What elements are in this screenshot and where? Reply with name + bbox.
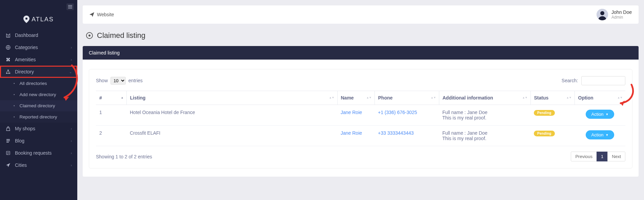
hierarchy-icon (5, 69, 11, 74)
pagination-next[interactable]: Next (607, 152, 625, 161)
col-name[interactable]: Name▲▼ (337, 91, 375, 105)
sidebar-item-amenities[interactable]: Amenities › (0, 53, 77, 66)
panel: Claimed listing Show 10 entries Search: (83, 46, 639, 177)
sort-icon: ▲ (121, 97, 124, 99)
sidebar-item-blog[interactable]: Blog › (0, 135, 77, 147)
sort-icon: ▲▼ (366, 97, 372, 99)
pagination: Previous 1 Next (571, 152, 625, 161)
cell-info: Full name : Jane DoeThis is my real proo… (439, 126, 530, 146)
chevron-right-icon: › (71, 46, 72, 49)
sidebar-item-label: My shops (15, 126, 35, 131)
sidebar-item-cities[interactable]: Cities › (0, 159, 77, 171)
sidebar-item-dashboard[interactable]: Dashboard (0, 29, 77, 41)
sidebar-item-directory[interactable]: Directory ⌄ (0, 66, 77, 78)
user-role: Admin (611, 15, 632, 20)
show-label: Show (96, 78, 108, 83)
cell-name: Jane Roie (337, 126, 375, 146)
col-phone[interactable]: Phone▲▼ (375, 91, 439, 105)
chevron-right-icon: › (71, 139, 72, 143)
submenu-item-label: Claimed directory (20, 103, 55, 108)
bullet-icon: • (14, 82, 15, 85)
svg-point-7 (600, 11, 604, 15)
pagination-page[interactable]: 1 (597, 152, 608, 161)
col-index[interactable]: #▲ (96, 91, 126, 105)
action-button[interactable]: Action▼ (586, 130, 614, 139)
phone-link[interactable]: +33 3333443443 (378, 130, 414, 136)
table-row: 2 Crossfit ELAFI Jane Roie +33 333344344… (96, 126, 625, 146)
sidebar-item-label: Categories (15, 45, 38, 50)
cell-status: Pending (530, 126, 575, 146)
cell-status: Pending (530, 105, 575, 126)
submenu-item-add-new-directory[interactable]: • Add new directory (0, 89, 77, 100)
search-control: Search: (562, 76, 625, 85)
pagination-prev[interactable]: Previous (571, 152, 597, 161)
listings-table: #▲ Listing▲▼ Name▲▼ Phone▲▼ Additional i… (96, 91, 625, 146)
cell-name: Jane Roie (337, 105, 375, 126)
phone-link[interactable]: +1 (336) 676-3025 (378, 110, 417, 115)
status-badge: Pending (534, 110, 555, 116)
bag-icon (5, 126, 11, 131)
topbar: Website John Doe Admin (83, 5, 639, 24)
status-badge: Pending (534, 131, 555, 136)
list-icon (5, 138, 11, 143)
sidebar-item-my-shops[interactable]: My shops › (0, 123, 77, 135)
sort-icon: ▲▼ (566, 97, 572, 99)
panel-title: Claimed listing (83, 46, 639, 60)
menu-toggle-button[interactable] (66, 3, 74, 10)
bullet-icon: • (14, 93, 15, 96)
form-icon (5, 150, 11, 156)
svg-rect-2 (6, 73, 7, 74)
dashboard-icon (5, 32, 11, 38)
user-menu[interactable]: John Doe Admin (597, 9, 632, 20)
cell-index: 1 (96, 105, 126, 126)
name-link[interactable]: Jane Roie (341, 110, 362, 115)
main-content: Website John Doe Admin Claimed listing C… (77, 0, 644, 200)
table-info: Showing 1 to 2 of 2 entries (96, 154, 152, 159)
sidebar-item-categories[interactable]: Categories › (0, 41, 77, 53)
location-pin-icon (23, 16, 29, 23)
website-label: Website (97, 12, 114, 17)
page-size-select[interactable]: 10 (110, 77, 126, 85)
submenu-item-all-directories[interactable]: • All directories (0, 78, 77, 89)
submenu-item-label: All directories (20, 81, 47, 86)
user-icon (597, 9, 608, 20)
sidebar-item-booking-requests[interactable]: Booking requests › (0, 147, 77, 159)
sidebar-item-label: Dashboard (15, 32, 38, 38)
caret-down-icon: ▼ (606, 133, 609, 137)
sort-icon: ▲▼ (617, 97, 623, 99)
paper-plane-icon (89, 12, 94, 17)
cell-listing: Hotel Oceania Hotel de France (126, 105, 337, 126)
sidebar-item-label: Amenities (15, 57, 36, 62)
entries-length-control: Show 10 entries (96, 77, 143, 85)
website-link[interactable]: Website (89, 12, 114, 17)
chevron-down-icon: ⌄ (69, 70, 72, 74)
directory-submenu: • All directories • Add new directory • … (0, 78, 77, 123)
submenu-item-claimed-directory[interactable]: • Claimed directory (0, 100, 77, 111)
col-option[interactable]: Option▲▼ (575, 91, 625, 105)
bullet-icon: • (14, 104, 15, 108)
action-button[interactable]: Action▼ (586, 110, 614, 119)
chevron-right-icon: › (71, 127, 72, 131)
col-info[interactable]: Additional information▲▼ (439, 91, 530, 105)
sort-icon: ▲▼ (329, 97, 335, 99)
brand-logo[interactable]: ATLAS (0, 14, 77, 29)
puzzle-icon (5, 57, 11, 62)
submenu-item-label: Add new directory (20, 92, 56, 97)
col-listing[interactable]: Listing▲▼ (126, 91, 337, 105)
search-input[interactable] (581, 76, 625, 85)
col-status[interactable]: Status▲▼ (530, 91, 575, 105)
chevron-right-icon: › (71, 58, 72, 62)
table-row: 1 Hotel Oceania Hotel de France Jane Roi… (96, 105, 625, 126)
globe-icon (5, 45, 11, 50)
brand-name: ATLAS (32, 16, 54, 23)
cell-listing: Crossfit ELAFI (126, 126, 337, 146)
sidebar-item-label: Directory (15, 69, 34, 74)
hamburger-icon (68, 5, 72, 8)
avatar (597, 9, 608, 20)
entries-label: entries (128, 78, 143, 83)
svg-rect-4 (9, 73, 10, 74)
submenu-item-reported-directory[interactable]: • Reported directory (0, 111, 77, 123)
svg-rect-3 (8, 73, 9, 74)
svg-rect-1 (7, 70, 9, 71)
name-link[interactable]: Jane Roie (341, 130, 362, 136)
